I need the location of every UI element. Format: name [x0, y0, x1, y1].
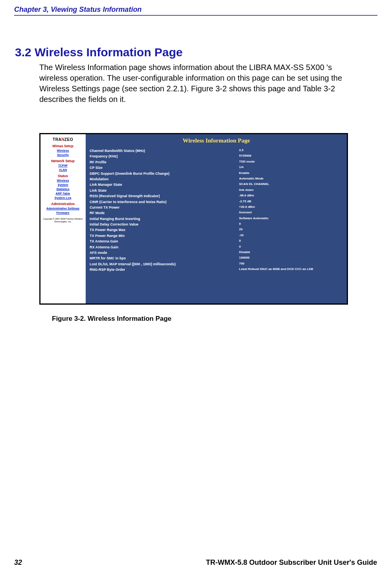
sidebar-category: Network Setup [41, 159, 85, 163]
info-value: SCAN DL CHANNEL [196, 182, 347, 187]
info-value: 700 [196, 261, 347, 267]
info-row: Lost DL/UL MAP Interval ([600 , 1800] mi… [86, 261, 347, 267]
info-label: TX Antenna Gain [86, 239, 196, 244]
info-label: TX Power Range Min [86, 233, 196, 239]
info-label: Modulation [86, 176, 196, 182]
sidebar-copyright: Copyright © 2007-2008 Tranzeo Wireless T… [41, 218, 85, 223]
info-row: TX Power Range Max20 [86, 227, 347, 233]
info-value: Least Robust DIUC as MSB and DCD CCC as … [196, 267, 347, 272]
info-label: Initial Ranging Burst Inverting [86, 216, 196, 222]
info-label: Initial Delay Correction Value [86, 222, 196, 227]
info-row: Current TX Power+20.0 dBm [86, 205, 347, 210]
info-value: 100000 [196, 255, 347, 261]
info-row: DBPC Support (Downlink Burst Profile Cha… [86, 171, 347, 176]
sidebar-link[interactable]: Statistics [41, 187, 85, 191]
sidebar-category: Wimax Setup [41, 144, 85, 148]
info-value: -10 [196, 233, 347, 239]
info-row: MRTR for SMC in bps100000 [86, 255, 347, 261]
sidebar-link[interactable]: VLAN [41, 168, 85, 172]
info-value: 0 [196, 244, 347, 250]
info-label: DBPC Support (Downlink Burst Profile Cha… [86, 171, 196, 176]
sidebar-link[interactable]: System [41, 183, 85, 187]
sidebar-link[interactable]: Wireless [41, 149, 85, 152]
logo-post: ZEO [64, 137, 73, 142]
info-value: 5725000 [196, 153, 347, 159]
info-value: link down [196, 188, 347, 193]
info-value: Disable [196, 250, 347, 255]
section-body: The Wireless Information page shows info… [39, 62, 362, 105]
logo-pre: TRA [53, 137, 61, 142]
info-row: Initial Delay Correction Value0 [86, 222, 347, 227]
info-row: Initial Ranging Burst InvertingSoftware … [86, 216, 347, 222]
info-row: RX Antenna Gain0 [86, 244, 347, 250]
sidebar-category: Status [41, 174, 85, 178]
info-label: Channel Bandwidth Status (MHz) [86, 148, 196, 153]
info-label: RF Profile [86, 159, 196, 165]
info-rows: Channel Bandwidth Status (MHz)3.5Frequen… [86, 148, 347, 273]
info-row: CINR (Carrier to Interference and Noise … [86, 199, 347, 205]
info-value: TDD mode [196, 159, 347, 165]
info-value: -2.75 dB [196, 199, 347, 205]
section-heading: 3.2 Wireless Information Page [15, 46, 183, 59]
info-label: CP Size [86, 165, 196, 170]
sidebar-link[interactable]: System Log [41, 196, 85, 200]
figure-screenshot: TRANZEO Wimax SetupWirelessSecurityNetwo… [39, 133, 348, 305]
screenshot-sidebar: TRANZEO Wimax SetupWirelessSecurityNetwo… [40, 134, 86, 303]
info-row: ModulationAutomatic Mode [86, 176, 347, 182]
info-row: RF Modelicensed [86, 210, 347, 216]
figure-caption: Figure 3-2. Wireless Information Page [52, 315, 171, 323]
info-row: RF ProfileTDD mode [86, 159, 347, 165]
sidebar-link[interactable]: Security [41, 153, 85, 157]
screenshot-content: Wireless Information Page Channel Bandwi… [86, 134, 347, 303]
info-row: Link Manager StateSCAN DL CHANNEL [86, 182, 347, 187]
chapter-header: Chapter 3, Viewing Status Information [14, 6, 142, 14]
info-value: Enable [196, 171, 347, 176]
header-rule [14, 15, 377, 16]
info-row: RNG-RSP Byte OrderLeast Robust DIUC as M… [86, 267, 347, 272]
info-label: TX Power Range Max [86, 227, 196, 233]
info-label: MRTR for SMC in bps [86, 255, 196, 261]
info-value: 20 [196, 227, 347, 233]
screenshot-page-title: Wireless Information Page [86, 137, 347, 144]
info-row: Channel Bandwidth Status (MHz)3.5 [86, 148, 347, 153]
info-value: +20.0 dBm [196, 205, 347, 210]
sidebar-link[interactable]: ARP Table [41, 192, 85, 195]
info-row: AFS modeDisable [86, 250, 347, 255]
info-label: RNG-RSP Byte Order [86, 267, 196, 272]
info-value: 0 [196, 239, 347, 244]
info-row: RSSI (Received Signal Strength Indicator… [86, 193, 347, 199]
sidebar-category: Administration [41, 202, 85, 206]
logo-z: N [61, 137, 64, 142]
info-label: Link Manager State [86, 182, 196, 187]
info-label: AFS mode [86, 250, 196, 255]
info-row: Link Statelink down [86, 188, 347, 193]
info-value: licensed [196, 210, 347, 216]
sidebar-link[interactable]: Wireless [41, 179, 85, 182]
info-label: RF Mode [86, 210, 196, 216]
info-label: RX Antenna Gain [86, 244, 196, 250]
info-label: Lost DL/UL MAP Interval ([600 , 1800] mi… [86, 261, 196, 267]
info-value: 0 [196, 222, 347, 227]
info-value: -98.0 dBm [196, 193, 347, 199]
info-label: Frequency (KHz) [86, 153, 196, 159]
info-label: Link State [86, 188, 196, 193]
info-row: TX Antenna Gain0 [86, 239, 347, 244]
page-number: 32 [14, 559, 22, 567]
info-label: RSSI (Received Signal Strength Indicator… [86, 193, 196, 199]
info-label: CINR (Carrier to Interference and Noise … [86, 199, 196, 205]
sidebar-link[interactable]: TCP/IP [41, 164, 85, 167]
info-row: Frequency (KHz)5725000 [86, 153, 347, 159]
logo: TRANZEO [41, 137, 85, 142]
info-row: CP Size1/4 [86, 165, 347, 170]
sidebar-link[interactable]: Firmware [41, 211, 85, 215]
info-value: Software Automatic [196, 216, 347, 222]
info-value: Automatic Mode [196, 176, 347, 182]
info-label: Current TX Power [86, 205, 196, 210]
info-value: 1/4 [196, 165, 347, 170]
info-row: TX Power Range Min-10 [86, 233, 347, 239]
info-value: 3.5 [196, 148, 347, 153]
footer-doc-title: TR-WMX-5.8 Outdoor Subscriber Unit User'… [206, 559, 377, 567]
sidebar-link[interactable]: Administrative Settings [41, 207, 85, 210]
